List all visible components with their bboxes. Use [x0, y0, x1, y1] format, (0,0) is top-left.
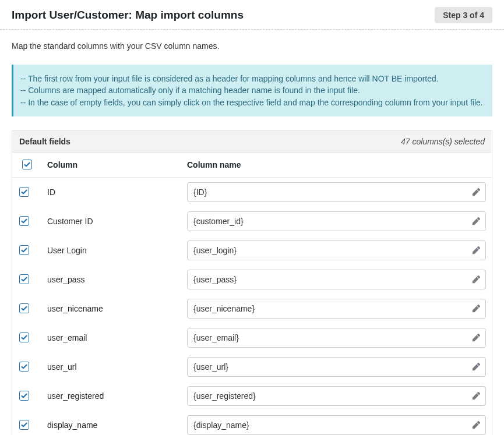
- column-label: display_name: [41, 411, 181, 435]
- column-label: user_pass: [41, 265, 181, 294]
- table-row: display_name: [12, 411, 492, 435]
- row-checkbox[interactable]: [19, 187, 29, 197]
- mapping-table: Column Column name IDCustomer IDUser Log…: [12, 153, 492, 435]
- column-label: User Login: [41, 236, 181, 265]
- row-checkbox[interactable]: [19, 362, 29, 372]
- info-line-2: -- Columns are mapped automatically only…: [20, 84, 485, 96]
- column-name-input[interactable]: [187, 211, 486, 231]
- table-row: Customer ID: [12, 207, 492, 236]
- pencil-icon[interactable]: [472, 246, 480, 254]
- column-label: ID: [41, 177, 181, 207]
- row-checkbox[interactable]: [19, 274, 29, 284]
- pencil-icon[interactable]: [472, 363, 480, 371]
- pencil-icon[interactable]: [472, 188, 480, 196]
- column-name-input[interactable]: [187, 386, 486, 406]
- page-title: Import User/Customer: Map import columns: [12, 9, 244, 22]
- column-name-header: Column name: [181, 153, 492, 178]
- column-name-input[interactable]: [187, 270, 486, 289]
- section-header: Default fields 47 columns(s) selected: [12, 131, 492, 153]
- column-header: Column: [41, 153, 181, 178]
- row-checkbox[interactable]: [19, 216, 29, 226]
- pencil-icon[interactable]: [472, 217, 480, 225]
- column-name-input[interactable]: [187, 415, 486, 435]
- row-checkbox[interactable]: [19, 303, 29, 313]
- table-row: user_registered: [12, 381, 492, 411]
- info-line-1: -- The first row from your input file is…: [20, 73, 485, 84]
- column-name-input[interactable]: [187, 328, 486, 348]
- pencil-icon[interactable]: [472, 305, 480, 313]
- columns-selected-label: 47 columns(s) selected: [401, 137, 485, 146]
- column-name-input[interactable]: [187, 241, 486, 260]
- table-row: user_email: [12, 323, 492, 352]
- table-row: User Login: [12, 236, 492, 265]
- column-label: user_email: [41, 323, 181, 352]
- row-checkbox[interactable]: [19, 420, 29, 430]
- table-row: user_url: [12, 352, 492, 381]
- pencil-icon[interactable]: [472, 421, 480, 429]
- column-label: user_url: [41, 352, 181, 381]
- section-title: Default fields: [19, 137, 71, 146]
- table-row: user_nicename: [12, 294, 492, 323]
- mapping-container: Default fields 47 columns(s) selected Co…: [12, 130, 492, 435]
- pencil-icon[interactable]: [472, 275, 480, 284]
- select-all-checkbox[interactable]: [22, 160, 32, 169]
- info-box: -- The first row from your input file is…: [12, 65, 492, 116]
- row-checkbox[interactable]: [19, 333, 29, 342]
- step-badge: Step 3 of 4: [435, 7, 492, 23]
- info-line-3: -- In the case of empty fields, you can …: [20, 97, 485, 108]
- column-name-input[interactable]: [187, 182, 486, 202]
- column-label: user_registered: [41, 381, 181, 411]
- column-name-input[interactable]: [187, 299, 486, 319]
- table-row: ID: [12, 177, 492, 207]
- row-checkbox[interactable]: [19, 391, 29, 401]
- intro-text: Map the standard columns with your CSV c…: [12, 41, 492, 51]
- row-checkbox[interactable]: [19, 245, 29, 255]
- pencil-icon[interactable]: [472, 392, 480, 400]
- table-row: user_pass: [12, 265, 492, 294]
- column-label: Customer ID: [41, 207, 181, 236]
- column-name-input[interactable]: [187, 357, 486, 377]
- pencil-icon[interactable]: [472, 334, 480, 342]
- column-label: user_nicename: [41, 294, 181, 323]
